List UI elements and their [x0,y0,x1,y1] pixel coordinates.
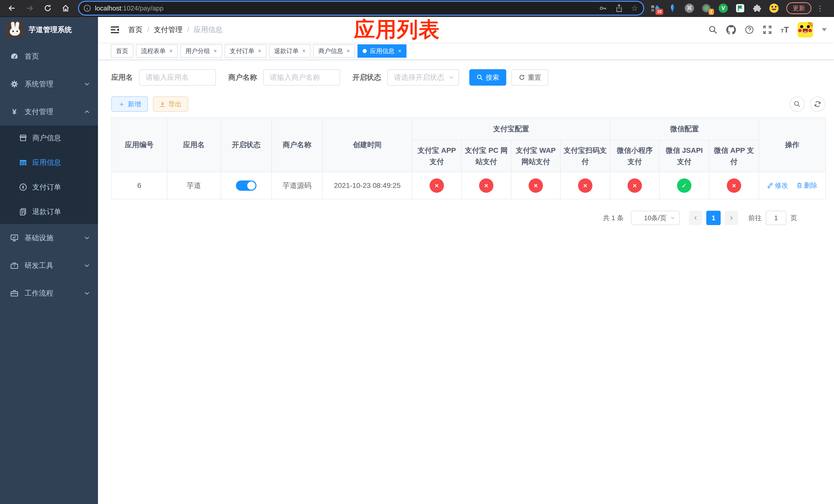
ext-badge: 1 [708,9,714,15]
export-button[interactable]: 导出 [153,96,188,112]
search-button[interactable]: 搜索 [469,69,506,86]
sidebar-item-label: 商户信息 [32,133,61,143]
reset-button[interactable]: 重置 [511,69,548,86]
ext-puzzle-icon[interactable] [752,3,762,13]
sidebar-item-merchant-info[interactable]: 商户信息 [0,125,98,150]
tab-merchant-info[interactable]: 商户信息× [313,44,355,58]
home-icon[interactable] [59,2,72,15]
col-app-id: 应用编号 [112,118,167,172]
cell-app-id: 6 [112,172,167,199]
next-page-button[interactable] [725,211,738,225]
pagination: 共 1 条 10条/页 1 前往 页 [111,211,797,225]
app-logo [7,21,24,38]
user-menu-caret-icon[interactable] [822,28,827,31]
col-wechat-mini: 微信小程序支付 [610,140,659,172]
ext-vue-devtools-icon[interactable]: V [718,3,728,13]
tab-user-group[interactable]: 用户分组× [180,44,222,58]
page-size-select[interactable]: 10条/页 [631,211,680,225]
tab-app-info[interactable]: 应用信息× [357,44,407,58]
ext-kite-icon[interactable] [667,3,678,13]
col-alipay-qr: 支付宝扫码支付 [561,140,610,172]
search-icon [793,100,801,108]
close-icon[interactable]: × [398,48,401,54]
site-info-icon[interactable] [84,5,91,12]
pagination-total: 共 1 条 [603,213,624,223]
col-status: 开启状态 [221,118,271,172]
close-icon[interactable]: × [169,48,173,54]
col-wechat-app: 微信 APP 支付 [709,140,759,172]
status-select[interactable]: 请选择开启状态 [387,69,459,86]
browser-update-button[interactable]: 更新 [786,2,811,14]
close-icon[interactable]: × [302,48,306,54]
font-size-icon[interactable]: TT [781,26,789,34]
filter-form: 应用名 商户名称 开启状态 请选择开启状态 搜索 重置 [111,69,825,86]
app-logo-row[interactable]: 芋道管理系统 [0,17,98,43]
refresh-button[interactable] [810,96,825,112]
tab-process-form[interactable]: 流程表单× [136,44,178,58]
toggle-search-button[interactable] [789,96,805,112]
goto-page-input[interactable] [766,211,786,225]
ext-emoji-icon[interactable] [769,3,779,13]
close-icon[interactable]: × [347,48,350,54]
search-icon[interactable] [708,25,718,35]
ext-tiles-icon[interactable]: 10 [650,3,661,13]
prev-page-button[interactable] [689,211,702,225]
col-app-name: 应用名 [167,118,221,172]
forward-icon[interactable] [23,2,37,15]
ext-recorder-icon[interactable]: 1 [701,3,711,13]
close-icon[interactable]: × [214,48,217,54]
documents-icon [19,208,27,216]
breadcrumb-payment[interactable]: 支付管理 [154,25,182,35]
sidebar-item-workflow[interactable]: 工作流程 [0,279,98,307]
ext-flag-icon[interactable] [735,3,745,13]
avatar[interactable] [797,22,813,38]
tab-refund-orders[interactable]: 退款订单× [269,44,311,58]
chevron-down-icon [84,291,90,296]
storefront-icon [19,134,27,142]
navbar-actions: TT [708,22,827,38]
browser-menu-icon[interactable]: ⋮ [816,4,824,13]
ext-command-icon[interactable]: ⌘ [684,3,695,13]
active-tab-dot [363,49,367,53]
chevron-up-icon [84,109,90,115]
page-annotation: 应用列表 [354,16,440,44]
briefcase-icon [10,289,19,297]
breadcrumb-home[interactable]: 首页 [128,25,142,35]
tab-pay-orders[interactable]: 支付订单× [225,44,266,58]
merchant-name-input[interactable] [263,69,340,86]
add-button[interactable]: ＋ 新增 [111,96,148,112]
sidebar-item-infrastructure[interactable]: 基础设施 [0,224,98,252]
sidebar-item-app-info[interactable]: 应用信息 [0,150,98,175]
status-badge: × [578,178,592,193]
bookmark-star-icon[interactable]: ☆ [631,4,638,12]
tab-home[interactable]: 首页 [111,44,133,58]
share-icon[interactable] [615,4,623,12]
col-actions: 操作 [759,118,826,172]
edit-link[interactable]: 修改 [767,181,788,190]
delete-link[interactable]: 删除 [796,181,817,190]
select-caret-icon [449,75,454,80]
sidebar-item-payment[interactable]: ¥ 支付管理 [0,98,98,125]
sidebar-item-pay-orders[interactable]: ¥ 支付订单 [0,175,98,200]
sidebar-item-refund-orders[interactable]: 退款订单 [0,200,98,224]
col-alipay-pc: 支付宝 PC 网站支付 [461,140,511,172]
status-toggle[interactable] [236,181,257,191]
fullscreen-icon[interactable] [763,25,772,35]
status-label: 开启状态 [352,72,381,82]
sidebar-item-home[interactable]: 首页 [0,43,98,70]
current-page-button[interactable]: 1 [706,211,721,225]
reload-icon[interactable] [41,2,54,15]
sidebar-item-dev-tools[interactable]: 研发工具 [0,252,98,279]
close-icon[interactable]: × [258,48,261,54]
cell-wechat-jsapi: ✓ [659,172,709,199]
password-key-icon[interactable] [599,4,607,12]
app-name-input[interactable] [139,69,216,86]
address-bar[interactable]: localhost:1024/pay/app ☆ [79,2,643,15]
sidebar-item-system[interactable]: 系统管理 [0,70,98,98]
help-icon[interactable] [745,25,754,35]
github-icon[interactable] [726,25,736,35]
table-toolbar: ＋ 新增 导出 [111,96,825,112]
sidebar-collapse-icon[interactable] [110,25,120,35]
status-badge: × [628,178,642,193]
back-icon[interactable] [5,2,19,15]
